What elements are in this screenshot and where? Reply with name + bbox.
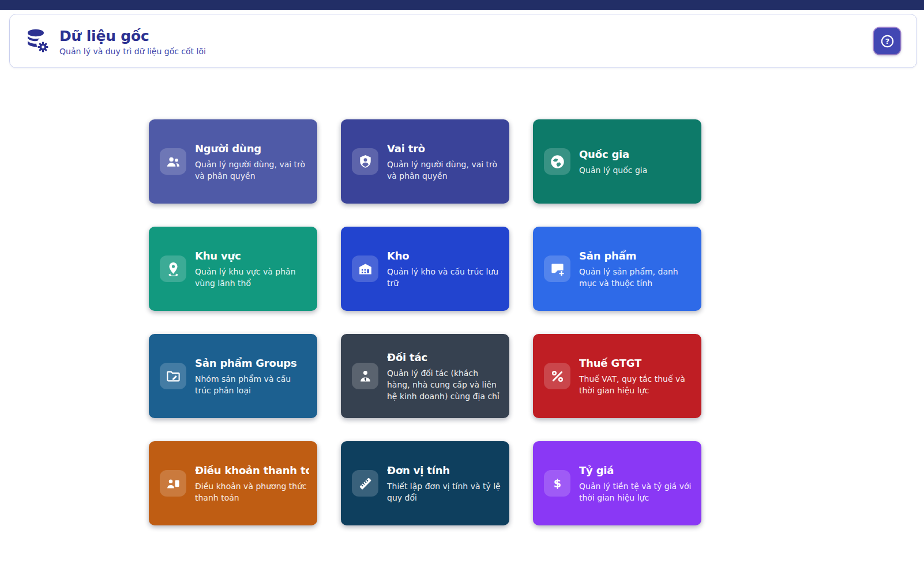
ruler-icon (352, 470, 378, 497)
card-thue-gtgt[interactable]: Thuế GTGT Thuế VAT, quy tắc thuế và thời… (533, 334, 701, 418)
card-subtitle: Điều khoản và phương thức thanh toán (195, 480, 309, 503)
card-nguoi-dung[interactable]: Người dùng Quản lý người dùng, vai trò v… (149, 119, 317, 204)
dollar-icon: $ (544, 470, 570, 497)
card-don-vi-tinh[interactable]: Đơn vị tính Thiết lập đơn vị tính và tỷ … (341, 441, 509, 525)
card-subtitle: Quản lý kho và cấu trúc lưu trữ (387, 266, 501, 289)
map-pin-icon (160, 255, 186, 282)
window-top-bar (0, 0, 924, 10)
card-subtitle: Quản lý sản phẩm, danh mục và thuộc tính (579, 266, 693, 289)
card-title: Đơn vị tính (387, 464, 501, 478)
card-doi-tac[interactable]: Đối tác Quản lý đối tác (khách hàng, nhà… (341, 334, 509, 418)
card-khu-vuc[interactable]: Khu vực Quản lý khu vực và phân vùng lãn… (149, 227, 317, 311)
card-quoc-gia[interactable]: Quốc gia Quản lý quốc gia (533, 119, 701, 204)
card-subtitle: Quản lý quốc gia (579, 164, 693, 176)
card-kho[interactable]: Kho Quản lý kho và cấu trúc lưu trữ (341, 227, 509, 311)
page-header-text: Dữ liệu gốc Quản lý và duy trì dữ liệu g… (59, 27, 874, 56)
card-subtitle: Quản lý tiền tệ và tỷ giá với thời gian … (579, 480, 693, 503)
warehouse-icon (352, 255, 378, 282)
card-subtitle: Quản lý người dùng, vai trò và phân quyề… (387, 159, 501, 182)
percent-icon (544, 363, 570, 389)
page-subtitle: Quản lý và duy trì dữ liệu gốc cốt lõi (59, 47, 874, 56)
svg-text:?: ? (885, 37, 889, 46)
card-title: Sản phẩm Groups (195, 356, 309, 370)
card-title: Sản phẩm (579, 249, 693, 263)
help-button[interactable]: ? (874, 28, 900, 54)
card-subtitle: Nhóm sản phẩm và cấu trúc phân loại (195, 373, 309, 396)
card-ty-gia[interactable]: $ Tỷ giá Quản lý tiền tệ và tỷ giá với t… (533, 441, 701, 525)
contact-card-icon (160, 470, 186, 497)
card-title: Thuế GTGT (579, 356, 693, 370)
database-gear-icon (25, 28, 51, 54)
card-subtitle: Thuế VAT, quy tắc thuế và thời gian hiệu… (579, 373, 693, 396)
business-person-icon (352, 363, 378, 389)
card-title: Vai trò (387, 142, 501, 156)
card-subtitle: Quản lý khu vực và phân vùng lãnh thổ (195, 266, 309, 289)
card-san-pham-groups[interactable]: Sản phẩm Groups Nhóm sản phẩm và cấu trú… (149, 334, 317, 418)
card-subtitle: Thiết lập đơn vị tính và tỷ lệ quy đổi (387, 480, 501, 503)
page-title: Dữ liệu gốc (59, 28, 874, 45)
card-title: Đối tác (387, 351, 501, 364)
folder-edit-icon (160, 363, 186, 389)
card-vai-tro[interactable]: Vai trò Quản lý người dùng, vai trò và p… (341, 119, 509, 204)
svg-text:$: $ (553, 477, 561, 490)
card-subtitle: Quản lý người dùng, vai trò và phân quyề… (195, 159, 309, 182)
card-title: Kho (387, 249, 501, 263)
card-title: Tỷ giá (579, 464, 693, 478)
card-subtitle: Quản lý đối tác (khách hàng, nhà cung cấ… (387, 367, 501, 402)
module-card-grid: Người dùng Quản lý người dùng, vai trò v… (149, 119, 701, 525)
card-title: Khu vực (195, 249, 309, 263)
question-circle-icon: ? (880, 33, 895, 49)
users-icon (160, 148, 186, 175)
shield-user-icon (352, 148, 378, 175)
page-header: Dữ liệu gốc Quản lý và duy trì dữ liệu g… (9, 14, 917, 68)
card-title: Quốc gia (579, 148, 693, 161)
globe-icon (544, 148, 570, 175)
card-title: Người dùng (195, 142, 309, 156)
card-dieu-khoan-thanh-toan[interactable]: Điều khoản thanh to... Điều khoản và phư… (149, 441, 317, 525)
product-add-icon (544, 255, 570, 282)
card-title: Điều khoản thanh to... (195, 464, 309, 478)
card-san-pham[interactable]: Sản phẩm Quản lý sản phẩm, danh mục và t… (533, 227, 701, 311)
